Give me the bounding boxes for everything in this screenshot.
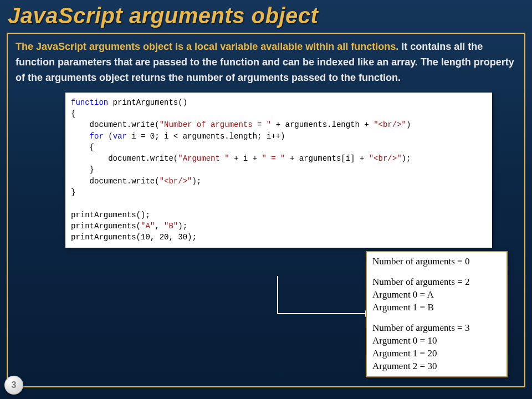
output-group-1: Number of arguments = 0: [372, 255, 497, 268]
output-box: Number of arguments = 0 Number of argume…: [366, 251, 508, 377]
output-line: Argument 0 = A: [372, 289, 497, 301]
code-block: function printArguments() { document.wri…: [65, 93, 492, 248]
page-number-badge: 3: [4, 376, 23, 395]
output-line: Argument 1 = B: [372, 301, 497, 314]
kw-for: for: [90, 132, 104, 141]
output-group-3: Number of arguments = 3 Argument 0 = 10 …: [372, 322, 497, 373]
intro-highlight: The JavaScript arguments object is a loc…: [16, 41, 398, 52]
kw-var: var: [113, 132, 127, 141]
slide-title: JavaScript arguments object: [0, 0, 532, 30]
output-group-2: Number of arguments = 2 Argument 0 = A A…: [372, 276, 497, 314]
kw-function: function: [71, 98, 108, 107]
output-line: Argument 1 = 20: [372, 347, 497, 360]
intro-paragraph: The JavaScript arguments object is a loc…: [16, 39, 516, 86]
content-frame: The JavaScript arguments object is a loc…: [7, 33, 525, 387]
output-line: Number of arguments = 2: [372, 276, 497, 289]
arrow-icon: [277, 275, 379, 327]
page-number: 3: [12, 380, 17, 390]
output-line: Argument 0 = 10: [372, 335, 497, 347]
output-line: Argument 2 = 30: [372, 360, 497, 373]
output-line: Number of arguments = 0: [372, 255, 497, 268]
output-line: Number of arguments = 3: [372, 322, 497, 335]
